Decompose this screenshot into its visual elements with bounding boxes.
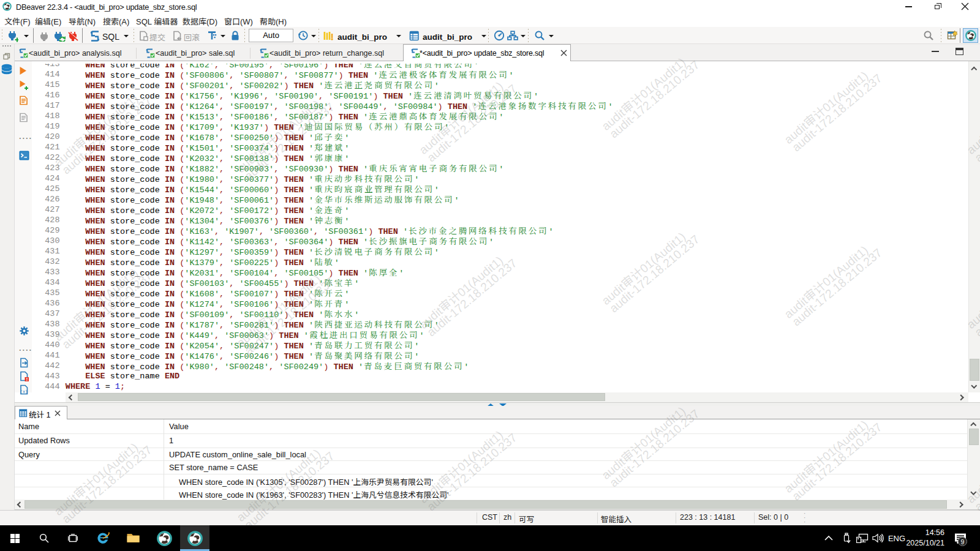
- svg-text:(x): (x): [20, 389, 28, 394]
